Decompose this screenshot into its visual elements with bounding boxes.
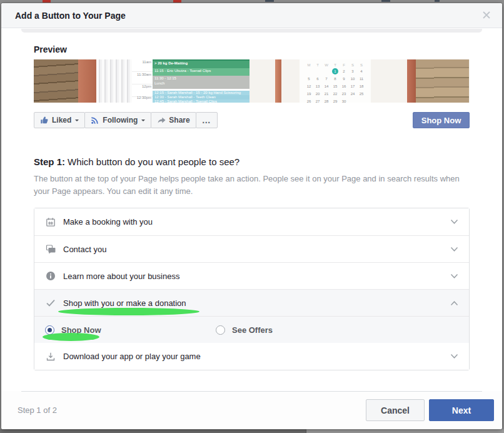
calendar-date: 1 <box>332 68 338 74</box>
button-choice-row: Shop Now See Offers <box>34 316 469 343</box>
calendar-date: 22 <box>331 90 340 98</box>
more-options-button[interactable]: … <box>196 112 218 128</box>
close-button[interactable] <box>480 9 493 23</box>
time-label: 11am <box>142 60 151 64</box>
option-learn-more[interactable]: Learn more about your business <box>34 262 469 289</box>
calendar-date: 17 <box>348 83 357 90</box>
calendar-day-header: F <box>340 63 348 68</box>
calendar-day-header: S <box>348 63 357 68</box>
chevron-down-icon <box>75 120 79 123</box>
cover-wood-right <box>416 59 469 103</box>
liked-button[interactable]: Liked <box>34 112 85 128</box>
option-label: Download your app or play your game <box>63 352 201 361</box>
calendar-date: 8 <box>331 75 340 83</box>
radio-unselected-icon[interactable] <box>216 325 225 335</box>
schedule-event: > 20 kg De-Matting <box>153 59 249 68</box>
info-icon <box>45 271 56 281</box>
ellipsis-icon: … <box>202 117 211 123</box>
calendar-day-header: M <box>305 63 313 68</box>
calendar-day-header: W <box>322 63 331 68</box>
share-button[interactable]: Share <box>151 112 196 128</box>
schedule-event: 12:30 - Sarah Marshall - Teeth Clean <box>153 95 249 99</box>
scrolled-content-edge <box>21 29 482 33</box>
calendar-date: 15 <box>331 83 340 90</box>
calendar-date: 30 <box>340 98 348 103</box>
calendar-date: 26 <box>305 98 313 103</box>
check-icon <box>45 298 56 308</box>
option-label: Learn more about your business <box>63 272 179 281</box>
choice-label: Shop Now <box>61 325 101 335</box>
calendar-day-header: T <box>313 63 322 68</box>
calendar-date <box>322 68 331 75</box>
calendar-icon <box>45 217 56 227</box>
backdrop-text-fragment <box>381 0 390 2</box>
option-make-a-booking[interactable]: Make a booking with you <box>34 208 469 235</box>
option-download-app[interactable]: Download your app or play your game <box>34 343 469 370</box>
calendar-day-header: S <box>357 63 366 68</box>
thumbs-up-icon <box>40 116 49 125</box>
button-options-list: Make a booking with you Contact you Lear <box>34 208 470 370</box>
calendar-date: 18 <box>357 83 366 90</box>
backdrop-text-fragment <box>435 0 440 2</box>
calendar-date: 2 <box>340 68 348 75</box>
chevron-down-icon <box>450 247 458 252</box>
backdrop-text-fragment <box>265 0 274 2</box>
liked-label: Liked <box>52 116 71 125</box>
calendar-date: 4 <box>357 68 366 75</box>
schedule-time-column: 11am 11:30am 12pm 12:30pm <box>132 59 153 103</box>
choice-shop-now[interactable]: Shop Now <box>45 325 101 335</box>
calendar-date: 10 <box>348 75 357 83</box>
cover-paper <box>371 59 407 103</box>
cover-pencil <box>275 59 281 103</box>
dialog-header: Add a Button to Your Page <box>1 3 502 28</box>
calendar-date: 20 <box>313 90 322 98</box>
chevron-down-icon <box>450 273 458 279</box>
chevron-down-icon <box>450 219 458 225</box>
backdrop-badge-fragment <box>43 0 51 3</box>
cover-photo-preview: 11am 11:30am 12pm 12:30pm > 20 kg De-Mat… <box>34 59 470 103</box>
calendar-date: 28 <box>322 98 331 103</box>
calendar-day-header: T <box>331 63 340 68</box>
schedule-event: 12:45 - Sarah Marshall - Toenail Clips <box>153 99 249 103</box>
step-question: Which button do you want people to see? <box>68 156 239 167</box>
schedule-event: 11:30 - 12:15 Lunch <box>153 76 249 89</box>
backdrop-bottom-strip <box>0 429 306 433</box>
choice-see-offers[interactable]: See Offers <box>216 325 273 335</box>
step-description: The button at the top of your Page helps… <box>34 173 470 198</box>
calendar-day-row: MTWTFSS <box>305 63 366 68</box>
dialog-title: Add a Button to Your Page <box>1 3 126 28</box>
cover-rust-strip <box>407 59 416 103</box>
calendar-date: 16 <box>340 83 348 90</box>
add-button-dialog: Add a Button to Your Page Preview 11am 1… <box>1 3 502 429</box>
shop-now-preview-button[interactable]: Shop Now <box>413 112 470 128</box>
backdrop-bottom-strip <box>306 429 504 433</box>
radio-selected-icon[interactable] <box>45 325 54 335</box>
schedule-event-line: Lunch <box>154 81 249 86</box>
option-label: Shop with you or make a donation <box>63 298 186 308</box>
calendar-date: 12 <box>305 83 313 90</box>
cover-rust-strip <box>78 59 96 103</box>
calendar-date: 29 <box>331 98 340 103</box>
option-label: Contact you <box>63 245 106 254</box>
chevron-down-icon <box>450 354 458 359</box>
step-indicator: Step 1 of 2 <box>18 405 57 415</box>
download-icon <box>45 352 56 362</box>
preview-heading: Preview <box>34 44 470 54</box>
calendar-date: 6 <box>313 75 322 83</box>
option-shop-or-donate[interactable]: Shop with you or make a donation <box>34 289 469 316</box>
cover-paper <box>249 59 275 103</box>
close-icon <box>483 11 490 19</box>
chevron-up-icon <box>450 300 458 306</box>
cancel-button[interactable]: Cancel <box>366 399 425 421</box>
step-label: Step 1: <box>34 156 65 167</box>
mini-month-calendar: MTWTFSS 12345678910111213141516171819202… <box>300 59 371 103</box>
share-arrow-icon <box>157 116 166 125</box>
following-button[interactable]: Following <box>84 112 151 128</box>
calendar-date: 3 <box>348 68 357 75</box>
footer-divider <box>21 391 482 392</box>
option-contact-you[interactable]: Contact you <box>34 235 469 262</box>
option-label: Make a booking with you <box>63 217 153 227</box>
cover-pleated-paper <box>96 59 132 103</box>
choice-label: See Offers <box>232 325 273 335</box>
next-button[interactable]: Next <box>429 399 494 421</box>
